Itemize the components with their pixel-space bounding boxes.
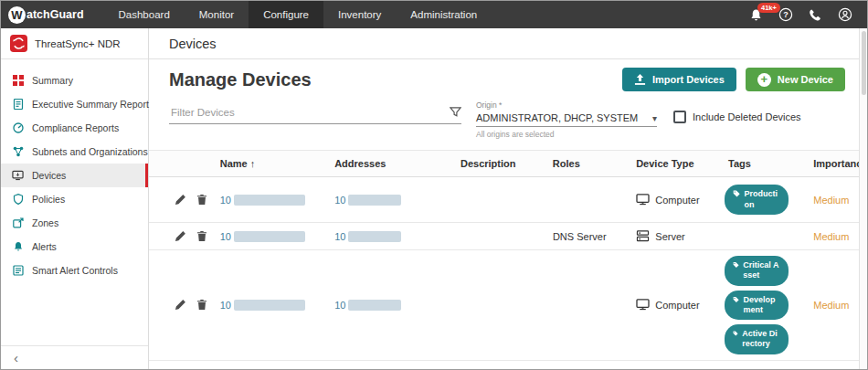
redacted-address bbox=[348, 300, 401, 311]
grid-icon bbox=[12, 75, 24, 86]
sidebar-item-executive-summary-report[interactable]: Executive Summary Report bbox=[1, 92, 148, 116]
device-roles: DNS Server bbox=[545, 231, 629, 242]
main-content: Devices Manage Devices Import Devices + … bbox=[149, 28, 867, 369]
sidebar-item-compliance-reports[interactable]: Compliance Reports bbox=[1, 116, 148, 140]
tag-icon bbox=[733, 189, 740, 198]
filter-icon[interactable] bbox=[450, 106, 461, 118]
sidebar-collapse-button[interactable]: ‹ bbox=[1, 345, 148, 369]
report-icon bbox=[12, 99, 24, 110]
page-title: Devices bbox=[149, 28, 867, 59]
device-tags bbox=[721, 231, 806, 242]
sidebar-item-alerts[interactable]: Alerts bbox=[1, 235, 148, 259]
help-icon: ? bbox=[778, 7, 793, 22]
sidebar-item-smart-alert-controls[interactable]: Smart Alert Controls bbox=[1, 259, 148, 282]
shield-icon bbox=[12, 194, 24, 205]
tag-chip: Production bbox=[725, 185, 789, 215]
monitor-icon bbox=[12, 170, 24, 181]
brand-text: atchGuard bbox=[26, 8, 84, 21]
sidebar: ThreatSync+ NDR Summary Executive Summar… bbox=[1, 28, 149, 369]
device-importance: Medium bbox=[806, 300, 867, 311]
device-tags: Production bbox=[721, 179, 806, 220]
tag-icon bbox=[733, 295, 739, 304]
header-roles[interactable]: Roles bbox=[545, 158, 629, 169]
sidebar-item-policies[interactable]: Policies bbox=[1, 187, 148, 211]
device-importance: Medium bbox=[806, 231, 867, 242]
device-address: 10 bbox=[327, 231, 453, 242]
device-type: Server bbox=[629, 230, 721, 242]
sidebar-item-zones[interactable]: Zones bbox=[1, 211, 148, 235]
device-name[interactable]: 10 bbox=[213, 195, 328, 206]
delete-button[interactable] bbox=[196, 194, 207, 206]
nav-configure[interactable]: Configure bbox=[249, 1, 323, 28]
chevron-down-icon: ▾ bbox=[652, 113, 657, 123]
trash-icon bbox=[196, 299, 207, 311]
device-type: Computer bbox=[629, 299, 721, 311]
watchguard-logo-icon: W bbox=[8, 6, 26, 24]
redacted-name bbox=[234, 300, 305, 311]
device-address: 10 bbox=[327, 300, 453, 311]
upload-icon bbox=[634, 74, 646, 86]
server-icon bbox=[636, 230, 650, 242]
notifications-button[interactable]: 41k+ bbox=[749, 8, 763, 22]
nav-inventory[interactable]: Inventory bbox=[323, 1, 396, 28]
edit-button[interactable] bbox=[175, 194, 186, 206]
include-deleted-checkbox[interactable] bbox=[673, 111, 686, 123]
edit-button[interactable] bbox=[175, 230, 186, 242]
redacted-address bbox=[348, 195, 401, 206]
table-row[interactable]: 10 10 DNS Server Server Medium bbox=[149, 223, 867, 250]
product-header: ThreatSync+ NDR bbox=[1, 28, 148, 59]
filter-devices-input[interactable] bbox=[169, 106, 450, 119]
phone-support-button[interactable] bbox=[809, 8, 822, 22]
scrollbar-thumb[interactable] bbox=[862, 31, 866, 95]
header-device-type[interactable]: Device Type bbox=[629, 158, 721, 169]
sidebar-item-label: Summary bbox=[32, 75, 73, 86]
header-importance[interactable]: Importance bbox=[806, 158, 867, 169]
header-description[interactable]: Description bbox=[453, 158, 545, 169]
edit-button[interactable] bbox=[175, 299, 186, 311]
delete-button[interactable] bbox=[196, 299, 207, 311]
redacted-address bbox=[348, 231, 401, 242]
redacted-name bbox=[234, 195, 305, 206]
sidebar-item-subnets-and-organizations[interactable]: Subnets and Organizations bbox=[1, 140, 148, 164]
help-button[interactable]: ? bbox=[778, 7, 793, 22]
sidebar-item-label: Zones bbox=[32, 217, 58, 228]
device-address: 10 bbox=[327, 195, 453, 206]
vertical-scrollbar[interactable] bbox=[859, 28, 867, 369]
table-row[interactable]: 10 10 Computer Production Medium bbox=[149, 177, 867, 223]
origin-select[interactable]: Origin * ADMINISTRATOR, DHCP, SYSTEM ▾ A… bbox=[476, 100, 657, 139]
section-heading: Manage Devices bbox=[169, 68, 312, 91]
device-name[interactable]: 10 bbox=[213, 231, 328, 242]
account-button[interactable] bbox=[838, 7, 852, 22]
device-name[interactable]: 10 bbox=[213, 300, 328, 311]
pencil-icon bbox=[175, 299, 186, 311]
include-deleted-devices-toggle[interactable]: Include Deleted Devices bbox=[673, 111, 801, 123]
sidebar-item-label: Alerts bbox=[32, 241, 57, 252]
nav-dashboard[interactable]: Dashboard bbox=[104, 1, 185, 28]
sidebar-item-devices[interactable]: Devices bbox=[1, 164, 148, 187]
top-menu: Dashboard Monitor Configure Inventory Ad… bbox=[104, 1, 492, 28]
nav-administration[interactable]: Administration bbox=[396, 1, 492, 28]
include-deleted-label: Include Deleted Devices bbox=[693, 111, 801, 122]
sidebar-item-summary[interactable]: Summary bbox=[1, 69, 148, 92]
delete-button[interactable] bbox=[196, 230, 207, 242]
table-header-row: Name ↑ Addresses Description Roles Devic… bbox=[149, 150, 867, 177]
computer-icon bbox=[636, 194, 650, 206]
svg-text:?: ? bbox=[783, 10, 789, 19]
computer-icon bbox=[636, 299, 650, 311]
tag-chip: Critical Asset bbox=[725, 256, 789, 286]
account-icon bbox=[838, 7, 852, 22]
header-addresses[interactable]: Addresses bbox=[327, 158, 453, 169]
trash-icon bbox=[196, 230, 207, 242]
table-row[interactable]: 192 192 Computer Medium bbox=[149, 361, 867, 370]
origin-value: ADMINISTRATOR, DHCP, SYSTEM bbox=[476, 112, 638, 123]
import-devices-button[interactable]: Import Devices bbox=[622, 68, 736, 91]
table-row[interactable]: 10 10 Computer Critical Asset bbox=[149, 250, 867, 361]
nav-monitor[interactable]: Monitor bbox=[185, 1, 249, 28]
watchguard-logo[interactable]: W atchGuard bbox=[1, 6, 95, 24]
header-tags[interactable]: Tags bbox=[721, 158, 806, 169]
origin-label: Origin * bbox=[476, 100, 657, 110]
header-name[interactable]: Name ↑ bbox=[213, 158, 327, 169]
new-device-button[interactable]: + New Device bbox=[746, 68, 845, 91]
gauge-icon bbox=[12, 122, 24, 133]
plus-icon: + bbox=[757, 73, 771, 87]
